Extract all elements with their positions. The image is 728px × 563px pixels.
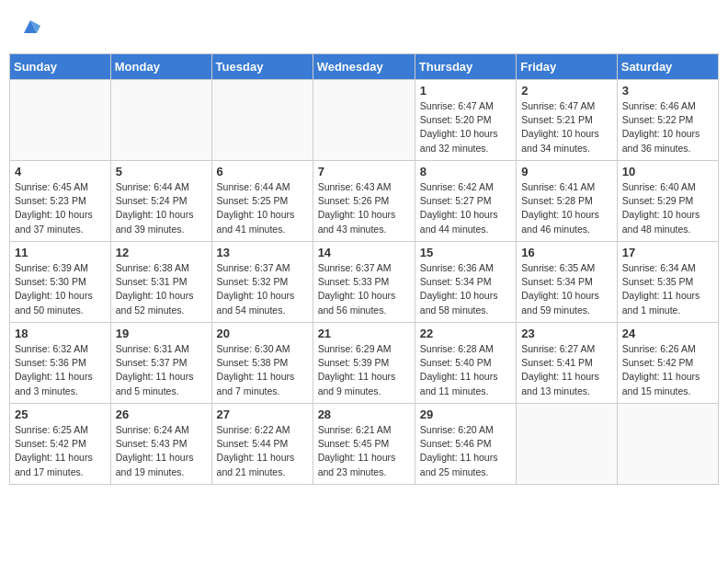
calendar-day-header: Tuesday: [211, 54, 313, 80]
calendar-week-row: 18Sunrise: 6:32 AM Sunset: 5:36 PM Dayli…: [10, 323, 719, 404]
day-number: 2: [521, 84, 612, 98]
calendar-day-cell: [617, 404, 718, 485]
day-number: 11: [15, 246, 106, 259]
day-info: Sunrise: 6:31 AM Sunset: 5:37 PM Dayligh…: [116, 342, 207, 398]
day-info: Sunrise: 6:46 AM Sunset: 5:22 PM Dayligh…: [622, 99, 713, 155]
calendar-day-cell: 20Sunrise: 6:30 AM Sunset: 5:38 PM Dayli…: [211, 323, 313, 404]
calendar-day-cell: 27Sunrise: 6:22 AM Sunset: 5:44 PM Dayli…: [211, 404, 313, 485]
calendar-day-cell: 6Sunrise: 6:44 AM Sunset: 5:25 PM Daylig…: [211, 161, 313, 242]
calendar-day-cell: [517, 404, 618, 485]
calendar-day-cell: [211, 80, 313, 161]
day-number: 14: [318, 246, 410, 259]
day-number: 9: [521, 165, 612, 178]
day-info: Sunrise: 6:44 AM Sunset: 5:25 PM Dayligh…: [217, 180, 308, 236]
calendar-day-cell: 2Sunrise: 6:47 AM Sunset: 5:21 PM Daylig…: [517, 80, 618, 161]
day-info: Sunrise: 6:40 AM Sunset: 5:29 PM Dayligh…: [622, 180, 713, 236]
calendar-day-cell: 26Sunrise: 6:24 AM Sunset: 5:43 PM Dayli…: [110, 404, 211, 485]
calendar-day-cell: [10, 80, 111, 161]
day-number: 19: [116, 327, 207, 340]
calendar-day-cell: 4Sunrise: 6:45 AM Sunset: 5:23 PM Daylig…: [10, 161, 111, 242]
calendar-week-row: 25Sunrise: 6:25 AM Sunset: 5:42 PM Dayli…: [10, 404, 719, 485]
calendar-body: 1Sunrise: 6:47 AM Sunset: 5:20 PM Daylig…: [10, 80, 719, 485]
day-info: Sunrise: 6:37 AM Sunset: 5:33 PM Dayligh…: [318, 261, 410, 317]
day-number: 21: [318, 327, 410, 340]
day-number: 22: [420, 327, 511, 340]
calendar-day-cell: 8Sunrise: 6:42 AM Sunset: 5:27 PM Daylig…: [415, 161, 516, 242]
day-info: Sunrise: 6:35 AM Sunset: 5:34 PM Dayligh…: [521, 261, 612, 317]
day-info: Sunrise: 6:39 AM Sunset: 5:30 PM Dayligh…: [15, 261, 106, 317]
day-info: Sunrise: 6:25 AM Sunset: 5:42 PM Dayligh…: [15, 423, 106, 479]
day-info: Sunrise: 6:47 AM Sunset: 5:21 PM Dayligh…: [521, 99, 612, 155]
logo: [18, 17, 40, 44]
day-info: Sunrise: 6:24 AM Sunset: 5:43 PM Dayligh…: [116, 423, 207, 479]
day-info: Sunrise: 6:21 AM Sunset: 5:45 PM Dayligh…: [318, 423, 410, 479]
day-number: 1: [420, 84, 511, 98]
day-info: Sunrise: 6:37 AM Sunset: 5:32 PM Dayligh…: [217, 261, 308, 317]
calendar-day-header: Monday: [110, 54, 211, 80]
day-number: 3: [622, 84, 713, 98]
day-info: Sunrise: 6:29 AM Sunset: 5:39 PM Dayligh…: [318, 342, 410, 398]
day-info: Sunrise: 6:36 AM Sunset: 5:34 PM Dayligh…: [420, 261, 511, 317]
day-number: 27: [217, 408, 308, 421]
day-number: 6: [217, 165, 308, 178]
day-info: Sunrise: 6:42 AM Sunset: 5:27 PM Dayligh…: [420, 180, 511, 236]
calendar-day-cell: 13Sunrise: 6:37 AM Sunset: 5:32 PM Dayli…: [211, 242, 313, 323]
calendar-day-cell: 28Sunrise: 6:21 AM Sunset: 5:45 PM Dayli…: [313, 404, 415, 485]
day-number: 18: [15, 327, 106, 340]
day-info: Sunrise: 6:28 AM Sunset: 5:40 PM Dayligh…: [420, 342, 511, 398]
calendar-day-cell: 17Sunrise: 6:34 AM Sunset: 5:35 PM Dayli…: [617, 242, 718, 323]
day-number: 16: [521, 246, 612, 259]
calendar-day-cell: 22Sunrise: 6:28 AM Sunset: 5:40 PM Dayli…: [415, 323, 516, 404]
calendar-day-cell: 29Sunrise: 6:20 AM Sunset: 5:46 PM Dayli…: [415, 404, 516, 485]
calendar-day-header: Friday: [517, 54, 618, 80]
day-number: 13: [217, 246, 308, 259]
day-info: Sunrise: 6:43 AM Sunset: 5:26 PM Dayligh…: [318, 180, 410, 236]
calendar-day-cell: 19Sunrise: 6:31 AM Sunset: 5:37 PM Dayli…: [110, 323, 211, 404]
day-number: 15: [420, 246, 511, 259]
calendar-day-cell: 14Sunrise: 6:37 AM Sunset: 5:33 PM Dayli…: [313, 242, 415, 323]
day-info: Sunrise: 6:34 AM Sunset: 5:35 PM Dayligh…: [622, 261, 713, 317]
day-number: 25: [15, 408, 106, 421]
calendar-day-cell: [313, 80, 415, 161]
day-number: 29: [420, 408, 511, 421]
day-info: Sunrise: 6:41 AM Sunset: 5:28 PM Dayligh…: [521, 180, 612, 236]
calendar-day-cell: 24Sunrise: 6:26 AM Sunset: 5:42 PM Dayli…: [617, 323, 718, 404]
day-number: 4: [15, 165, 106, 178]
calendar-day-header: Sunday: [10, 54, 111, 80]
day-info: Sunrise: 6:38 AM Sunset: 5:31 PM Dayligh…: [116, 261, 207, 317]
day-info: Sunrise: 6:27 AM Sunset: 5:41 PM Dayligh…: [521, 342, 612, 398]
calendar-day-cell: 21Sunrise: 6:29 AM Sunset: 5:39 PM Dayli…: [313, 323, 415, 404]
day-info: Sunrise: 6:47 AM Sunset: 5:20 PM Dayligh…: [420, 99, 511, 155]
day-number: 23: [521, 327, 612, 340]
day-info: Sunrise: 6:30 AM Sunset: 5:38 PM Dayligh…: [217, 342, 308, 398]
calendar-table: SundayMondayTuesdayWednesdayThursdayFrid…: [9, 53, 719, 485]
day-number: 10: [622, 165, 713, 178]
day-number: 7: [318, 165, 410, 178]
calendar-day-cell: 18Sunrise: 6:32 AM Sunset: 5:36 PM Dayli…: [10, 323, 111, 404]
calendar-week-row: 4Sunrise: 6:45 AM Sunset: 5:23 PM Daylig…: [10, 161, 719, 242]
calendar-day-cell: 12Sunrise: 6:38 AM Sunset: 5:31 PM Dayli…: [110, 242, 211, 323]
calendar-day-cell: 23Sunrise: 6:27 AM Sunset: 5:41 PM Dayli…: [517, 323, 618, 404]
day-number: 8: [420, 165, 511, 178]
page-header: [9, 9, 719, 48]
day-number: 17: [622, 246, 713, 259]
calendar-day-cell: 1Sunrise: 6:47 AM Sunset: 5:20 PM Daylig…: [415, 80, 516, 161]
day-number: 12: [116, 246, 207, 259]
calendar-day-cell: 7Sunrise: 6:43 AM Sunset: 5:26 PM Daylig…: [313, 161, 415, 242]
calendar-day-cell: [110, 80, 211, 161]
day-info: Sunrise: 6:32 AM Sunset: 5:36 PM Dayligh…: [15, 342, 106, 398]
day-info: Sunrise: 6:20 AM Sunset: 5:46 PM Dayligh…: [420, 423, 511, 479]
calendar-day-header: Thursday: [415, 54, 516, 80]
calendar-day-cell: 15Sunrise: 6:36 AM Sunset: 5:34 PM Dayli…: [415, 242, 516, 323]
day-info: Sunrise: 6:22 AM Sunset: 5:44 PM Dayligh…: [217, 423, 308, 479]
calendar-day-cell: 5Sunrise: 6:44 AM Sunset: 5:24 PM Daylig…: [110, 161, 211, 242]
calendar-day-cell: 10Sunrise: 6:40 AM Sunset: 5:29 PM Dayli…: [617, 161, 718, 242]
calendar-day-cell: 25Sunrise: 6:25 AM Sunset: 5:42 PM Dayli…: [10, 404, 111, 485]
calendar-week-row: 11Sunrise: 6:39 AM Sunset: 5:30 PM Dayli…: [10, 242, 719, 323]
calendar-day-header: Wednesday: [313, 54, 415, 80]
calendar-day-cell: 11Sunrise: 6:39 AM Sunset: 5:30 PM Dayli…: [10, 242, 111, 323]
day-number: 26: [116, 408, 207, 421]
calendar-header-row: SundayMondayTuesdayWednesdayThursdayFrid…: [10, 54, 719, 80]
day-number: 28: [318, 408, 410, 421]
calendar-day-cell: 9Sunrise: 6:41 AM Sunset: 5:28 PM Daylig…: [517, 161, 618, 242]
